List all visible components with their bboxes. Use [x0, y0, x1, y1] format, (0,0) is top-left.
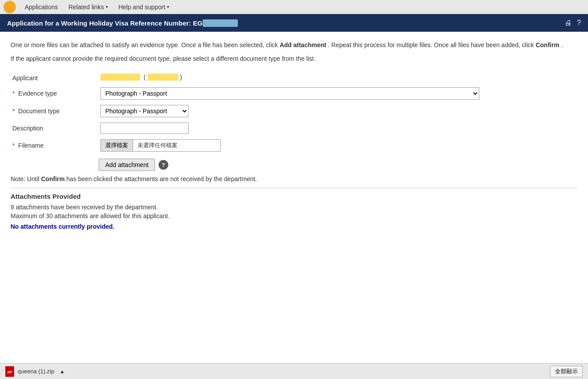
document-type-value-cell: Photograph - Passport — [99, 102, 577, 120]
evidence-type-label: * Evidence type — [11, 85, 99, 102]
description-value-cell — [99, 120, 577, 137]
document-type-row: * Document type Photograph - Passport — [11, 102, 577, 120]
document-type-label: * Document type — [11, 102, 99, 120]
add-attachment-button[interactable]: Add attachment — [99, 159, 155, 171]
file-placeholder: 未選擇任何檔案 — [133, 139, 221, 152]
applicant-value: ( ) — [99, 71, 577, 85]
attachments-max: Maximum of 30 attachments are allowed fo… — [11, 212, 577, 219]
applicant-name-redacted — [100, 74, 140, 81]
filename-value-cell: 選擇檔案 未選擇任何檔案 — [99, 137, 577, 154]
filename-label: * Filename — [11, 137, 99, 154]
print-icon[interactable]: 🖨 — [565, 19, 572, 27]
description-input[interactable] — [100, 123, 189, 134]
required-star-filename: * — [12, 142, 15, 149]
applicant-redacted-block: ( ) — [100, 74, 182, 81]
header-bar: Application for a Working Holiday Visa R… — [0, 14, 588, 32]
note-text: Note: Until Confirm has been clicked the… — [11, 175, 577, 182]
required-star-evidence: * — [12, 90, 15, 97]
applicant-id-redacted — [148, 74, 178, 81]
applicant-label: Applicant — [11, 71, 99, 85]
nav-help-support[interactable]: Help and support ▾ — [113, 0, 175, 14]
evidence-type-value-cell: Photograph - Passport — [99, 85, 577, 102]
file-input-area: 選擇檔案 未選擇任何檔案 — [100, 139, 576, 152]
help-icon[interactable]: ? — [577, 19, 581, 27]
add-attachment-row: Add attachment ? — [99, 154, 577, 175]
form-table: Applicant ( ) * Evidence type — [11, 71, 577, 154]
related-links-caret: ▾ — [106, 4, 108, 9]
choose-file-button[interactable]: 選擇檔案 — [100, 139, 133, 152]
evidence-type-select[interactable]: Photograph - Passport — [100, 87, 479, 100]
attachments-title: Attachments Provided — [11, 193, 577, 200]
reference-number-redacted — [203, 19, 238, 27]
evidence-type-row: * Evidence type Photograph - Passport — [11, 85, 577, 102]
nav-related-links[interactable]: Related links ▾ — [63, 0, 113, 14]
help-support-caret: ▾ — [167, 4, 169, 9]
header-icons: 🖨 ? — [565, 19, 581, 27]
attachments-section: Attachments Provided 9 attachments have … — [11, 193, 577, 230]
document-type-select[interactable]: Photograph - Passport — [100, 105, 189, 117]
page-title: Application for a Working Holiday Visa R… — [7, 19, 238, 27]
applicant-row: Applicant ( ) — [11, 71, 577, 85]
main-content: One or more files can be attached to sat… — [0, 32, 588, 239]
nav-applications[interactable]: Applications — [19, 0, 63, 14]
top-navigation: Applications Related links ▾ Help and su… — [0, 0, 588, 14]
instructions-line2: If the applicant cannot provide the requ… — [11, 55, 577, 62]
description-label: Description — [11, 120, 99, 137]
required-star-document: * — [12, 108, 15, 115]
section-divider — [11, 188, 577, 188]
attachment-help-button[interactable]: ? — [159, 160, 168, 170]
attachments-count: 9 attachments have been received by the … — [11, 204, 577, 211]
no-attachments-text: No attachments currently provided. — [11, 223, 577, 230]
filename-row: * Filename 選擇檔案 未選擇任何檔案 — [11, 137, 577, 154]
description-row: Description — [11, 120, 577, 137]
logo — [4, 1, 16, 13]
instructions-line1: One or more files can be attached to sat… — [11, 41, 577, 50]
